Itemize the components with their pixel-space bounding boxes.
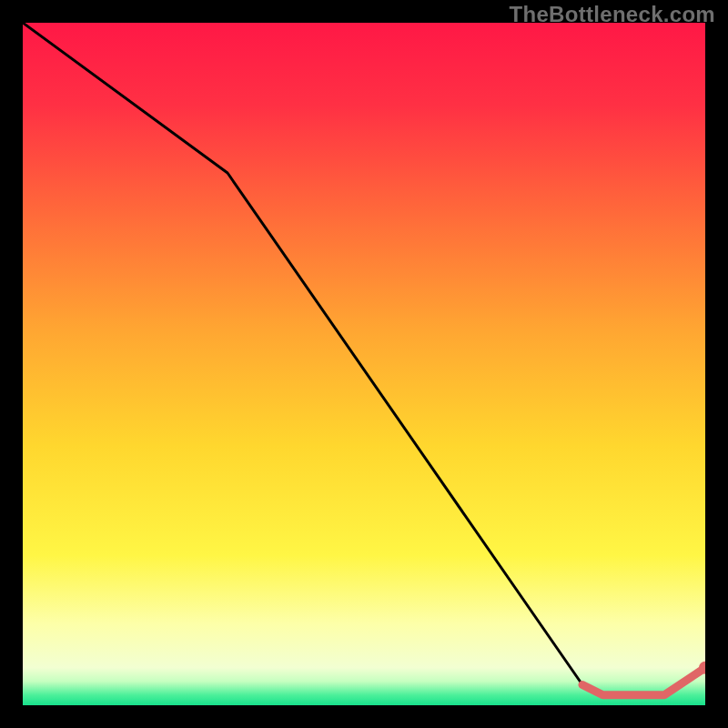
chart-svg: [23, 23, 705, 705]
gradient-background: [23, 23, 705, 705]
chart-frame: TheBottleneck.com: [0, 0, 728, 728]
plot-area: [23, 23, 705, 705]
